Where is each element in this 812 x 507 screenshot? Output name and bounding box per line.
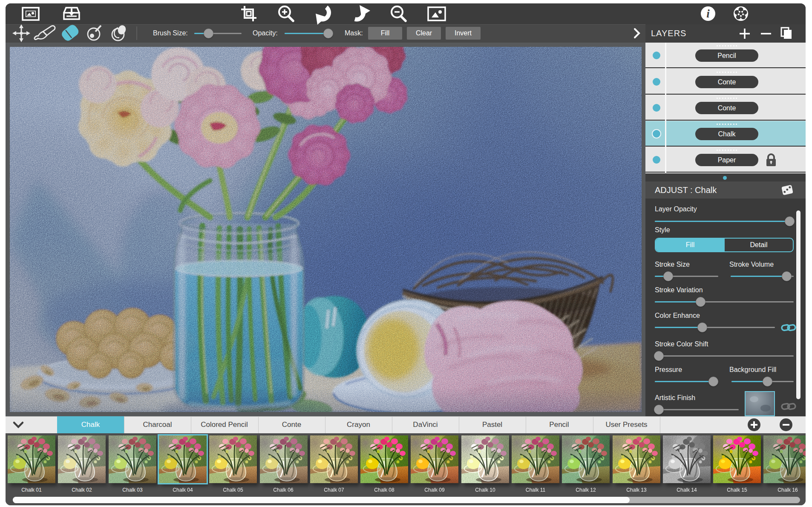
svg-text:i: i — [706, 7, 710, 20]
